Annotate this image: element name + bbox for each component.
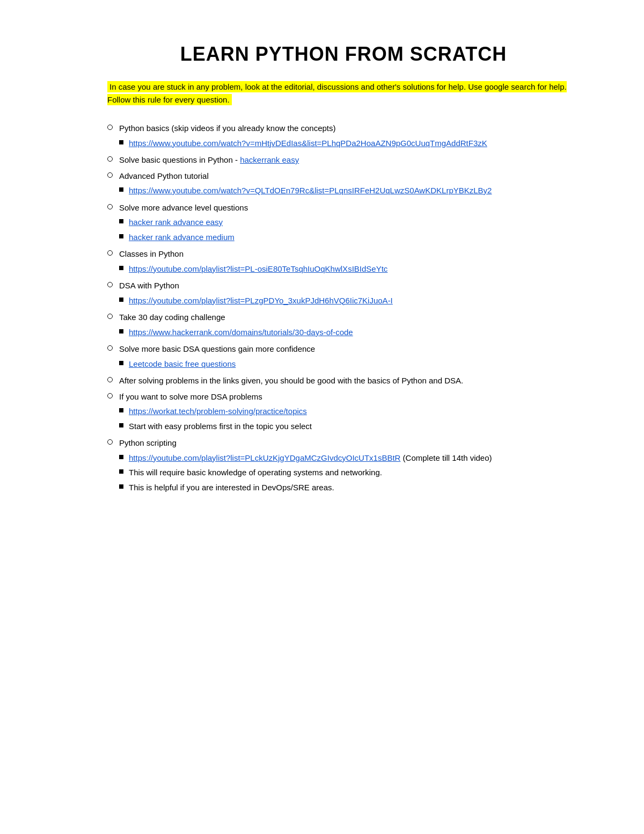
item-text: DSA with Python [119,281,179,290]
inline-link[interactable]: hackerrank easy [240,155,299,164]
inner-list: hacker rank advance easyhacker rank adva… [119,215,580,244]
square-bullet-icon [119,140,123,144]
circle-bullet-icon [107,314,113,319]
inner-list-item: https://www.youtube.com/watch?v=mHtjvDEd… [119,136,580,150]
circle-bullet-icon [107,439,113,445]
inner-item-content: Leetcode basic free questions [129,357,580,371]
item-text: Python basics (skip videos if you alread… [119,124,336,133]
square-bullet-icon [119,234,123,238]
item-text: Classes in Python [119,249,184,258]
circle-bullet-icon [107,345,113,351]
child-link[interactable]: https://youtube.com/playlist?list=PLckUz… [129,453,400,462]
inner-list-item: hacker rank advance medium [119,230,580,244]
item-text: After solving problems in the links give… [119,376,463,385]
inner-list-item: https://youtube.com/playlist?list=PLzgPD… [119,294,580,308]
list-item: Advanced Python tutorialhttps://www.yout… [107,169,580,199]
inner-item-content: https://www.youtube.com/watch?v=mHtjvDEd… [129,136,580,150]
square-bullet-icon [119,187,123,192]
square-bullet-icon [119,469,123,474]
child-link[interactable]: https://youtube.com/playlist?list=PLzgPD… [129,296,393,305]
inner-list-item: This will require basic knowledge of ope… [119,466,580,480]
item-text: Solve more basic DSA questions gain more… [119,344,315,353]
square-bullet-icon [119,484,123,489]
inner-list: https://workat.tech/problem-solving/prac… [119,404,580,433]
inner-item-content: Start with easy problems first in the to… [129,419,580,433]
child-link[interactable]: https://youtube.com/playlist?list=PL-osi… [129,264,387,273]
inner-list-item: https://www.hackerrank.com/domains/tutor… [119,325,580,339]
child-link[interactable]: https://www.hackerrank.com/domains/tutor… [129,328,353,337]
list-item: DSA with Pythonhttps://youtube.com/playl… [107,279,580,308]
child-text: This is helpful if you are interested in… [129,483,334,492]
item-text: Take 30 day coding challenge [119,313,225,322]
inner-list: https://youtube.com/playlist?list=PLckUz… [119,451,580,495]
inner-item-content: https://www.hackerrank.com/domains/tutor… [129,325,580,339]
item-text: Advanced Python tutorial [119,171,209,180]
child-link[interactable]: https://workat.tech/problem-solving/prac… [129,407,307,416]
inner-list: https://www.youtube.com/watch?v=QLTdOEn7… [119,184,580,198]
inner-list-item: https://youtube.com/playlist?list=PLckUz… [119,451,580,465]
inner-item-content: https://youtube.com/playlist?list=PLzgPD… [129,294,580,308]
circle-bullet-icon [107,156,113,162]
inner-list: Leetcode basic free questions [119,357,580,371]
inner-list-item: https://youtube.com/playlist?list=PL-osi… [119,262,580,276]
inner-list-item: hacker rank advance easy [119,215,580,229]
child-link[interactable]: hacker rank advance medium [129,233,235,242]
list-item: Solve more basic DSA questions gain more… [107,342,580,372]
square-bullet-icon [119,219,123,223]
child-link[interactable]: Leetcode basic free questions [129,359,236,368]
item-text: If you want to solve more DSA problems [119,392,262,401]
highlight-text: In case you are stuck in any problem, lo… [107,81,567,105]
inner-item-content: https://youtube.com/playlist?list=PLckUz… [129,451,580,465]
square-bullet-icon [119,329,123,333]
inner-list-item: https://workat.tech/problem-solving/prac… [119,404,580,418]
list-item: Solve more advance level questionshacker… [107,201,580,245]
inner-list-item: https://www.youtube.com/watch?v=QLTdOEn7… [119,184,580,198]
inner-item-content: hacker rank advance easy [129,215,580,229]
list-item: Classes in Pythonhttps://youtube.com/pla… [107,247,580,277]
list-item: Solve basic questions in Python - hacker… [107,153,580,167]
square-bullet-icon [119,266,123,270]
circle-bullet-icon [107,125,113,130]
list-item: Python basics (skip videos if you alread… [107,121,580,151]
inner-list: https://www.hackerrank.com/domains/tutor… [119,325,580,339]
inner-list: https://youtube.com/playlist?list=PL-osi… [119,262,580,276]
circle-bullet-icon [107,282,113,287]
child-link[interactable]: https://www.youtube.com/watch?v=mHtjvDEd… [129,139,487,148]
child-text: Start with easy problems first in the to… [129,422,312,431]
item-text: Python scripting [119,438,177,447]
circle-bullet-icon [107,172,113,178]
inner-list-item: Leetcode basic free questions [119,357,580,371]
highlight-block: In case you are stuck in any problem, lo… [107,81,580,106]
link-suffix: (Complete till 14th video) [400,453,492,462]
item-text: Solve basic questions in Python - [119,155,240,164]
inner-item-content: https://youtube.com/playlist?list=PL-osi… [129,262,580,276]
inner-item-content: https://www.youtube.com/watch?v=QLTdOEn7… [129,184,580,198]
child-text: This will require basic knowledge of ope… [129,468,382,477]
inner-list: https://www.youtube.com/watch?v=mHtjvDEd… [119,136,580,150]
main-list: Python basics (skip videos if you alread… [107,121,580,495]
inner-list: https://youtube.com/playlist?list=PLzgPD… [119,294,580,308]
inner-item-content: https://workat.tech/problem-solving/prac… [129,404,580,418]
inner-item-content: hacker rank advance medium [129,230,580,244]
list-item: If you want to solve more DSA problemsht… [107,390,580,434]
child-link[interactable]: https://www.youtube.com/watch?v=QLTdOEn7… [129,186,492,195]
square-bullet-icon [119,361,123,365]
circle-bullet-icon [107,377,113,382]
square-bullet-icon [119,408,123,412]
square-bullet-icon [119,423,123,427]
page-title: LEARN PYTHON FROM SCRATCH [107,43,580,66]
inner-item-content: This will require basic knowledge of ope… [129,466,580,480]
square-bullet-icon [119,298,123,302]
circle-bullet-icon [107,393,113,398]
inner-item-content: This is helpful if you are interested in… [129,481,580,495]
list-item: Take 30 day coding challengehttps://www.… [107,310,580,340]
square-bullet-icon [119,455,123,459]
list-item: After solving problems in the links give… [107,374,580,388]
inner-list-item: Start with easy problems first in the to… [119,419,580,433]
list-item: Python scriptinghttps://youtube.com/play… [107,436,580,495]
inner-list-item: This is helpful if you are interested in… [119,481,580,495]
item-text: Solve more advance level questions [119,203,248,212]
child-link[interactable]: hacker rank advance easy [129,217,223,227]
circle-bullet-icon [107,250,113,256]
circle-bullet-icon [107,204,113,209]
